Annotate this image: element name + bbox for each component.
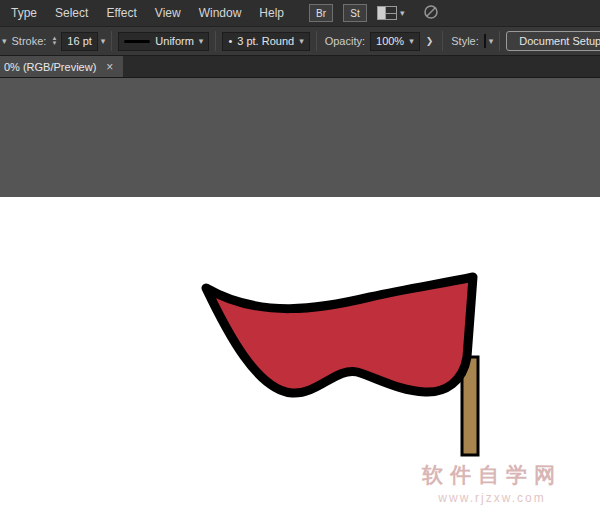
stroke-label: Stroke: [12,35,47,47]
document-tab-title: 0% (RGB/Preview) [4,61,96,73]
flag-body-shape[interactable] [206,277,473,393]
brush-definition-dropdown[interactable]: • 3 pt. Round ▾ [222,32,309,51]
opacity-value: 100% [376,35,404,47]
stroke-weight-field[interactable]: 16 pt [61,32,97,51]
artboard[interactable]: 软件自学网 www.rjzxw.com [0,197,600,513]
watermark: 软件自学网 www.rjzxw.com [422,461,562,505]
stroke-stepper[interactable]: ▲ ▼ [51,36,57,46]
brush-value: 3 pt. Round [237,35,294,47]
style-chevron-icon[interactable]: ▾ [489,37,494,46]
step-down-icon[interactable]: ▼ [51,41,57,46]
stroke-profile-dropdown[interactable]: Uniform ▾ [118,32,209,51]
brush-dot-icon: • [228,35,232,47]
style-swatch[interactable] [484,34,486,48]
opacity-more-button[interactable]: ❯ [423,36,437,46]
opacity-field[interactable]: 100% ▾ [370,32,420,51]
style-label: Style: [451,35,479,47]
menu-type[interactable]: Type [2,6,46,20]
divider [442,31,443,51]
divider [111,31,112,51]
stroke-weight-value: 16 pt [67,35,91,47]
menu-bar: Type Select Effect View Window Help Br S… [0,0,600,26]
document-tab-bar: 0% (RGB/Preview) × [0,56,600,78]
pasteboard[interactable] [0,78,600,197]
divider [215,31,216,51]
stroke-panel-button[interactable]: St [343,4,367,22]
menu-help[interactable]: Help [250,6,293,20]
profile-value: Uniform [155,35,194,47]
menu-window[interactable]: Window [190,6,251,20]
stroke-weight-chevron-icon[interactable]: ▾ [101,37,106,46]
document-setup-button[interactable]: Document Setup [506,31,600,51]
control-bar: ▾ Stroke: ▲ ▼ 16 pt ▾ Uniform ▾ • 3 pt. … [0,26,600,56]
watermark-url: www.rjzxw.com [422,491,562,505]
divider [316,31,317,51]
panel-chevron-icon[interactable]: ▾ [2,37,7,46]
rotation-disabled-icon[interactable] [423,4,439,23]
profile-chevron-icon: ▾ [199,37,204,46]
menu-select[interactable]: Select [46,6,97,20]
uniform-profile-icon [124,40,150,43]
brush-chevron-icon: ▾ [299,37,304,46]
opacity-chevron-icon: ▾ [409,37,414,46]
brush-panel-button[interactable]: Br [309,4,333,22]
illustrator-window: Type Select Effect View Window Help Br S… [0,0,600,513]
chevron-down-icon[interactable]: ▾ [400,9,405,18]
menu-view[interactable]: View [146,6,190,20]
divider [499,31,500,51]
document-tab[interactable]: 0% (RGB/Preview) × [0,56,123,77]
workspace-switcher-icon[interactable] [377,6,397,20]
watermark-site-name: 软件自学网 [422,461,562,489]
menu-effect[interactable]: Effect [97,6,145,20]
opacity-label: Opacity: [325,35,365,47]
close-icon[interactable]: × [106,60,113,74]
